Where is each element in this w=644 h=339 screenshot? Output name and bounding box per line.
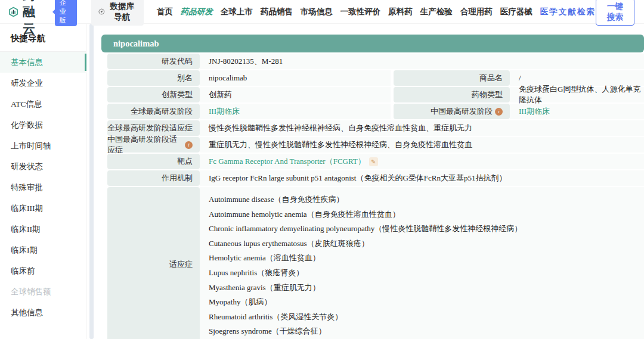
- sidebar-item-launch-timeline[interactable]: 上市时间轴: [0, 135, 86, 156]
- info-icon[interactable]: i: [495, 108, 503, 116]
- field-value-alias: nipocalimab: [200, 70, 391, 86]
- info-icon[interactable]: i: [185, 141, 193, 149]
- field-label-drug-type: 药物类型: [394, 87, 510, 102]
- sidebar-item-preclinical[interactable]: 临床前: [0, 260, 86, 281]
- field-label-alias: 别名: [107, 70, 200, 86]
- field-value-global-stage: III期临床: [200, 104, 391, 119]
- field-row-highest-stage: 全球最高研发阶段 III期临床 中国最高研发阶段 i III期临床: [101, 104, 644, 119]
- field-row-global-stage-indications: 全球最高研发阶段适应症 慢性炎性脱髓鞘性多发性神经根神经病、自身免疫性溶血性贫血…: [101, 120, 644, 136]
- enterprise-badge: 企业版: [55, 0, 77, 26]
- field-label-indications: 适应症: [107, 187, 200, 339]
- indication-item: Chronic inflammatory demyelinating polyn…: [209, 222, 644, 237]
- indication-item: Rheumatoid arthritis（类风湿性关节炎）: [209, 310, 644, 325]
- nav-item-global-launch[interactable]: 全球上市: [221, 7, 253, 17]
- sidebar-item-rd-status[interactable]: 研发状态: [0, 156, 86, 177]
- field-label-china-stage: 中国最高研发阶段 i: [394, 104, 510, 119]
- one-click-search-button[interactable]: 一键搜索: [596, 0, 634, 26]
- nav-item-consistency-eval[interactable]: 一致性评价: [340, 7, 381, 17]
- sidebar-item-rd-company[interactable]: 研发企业: [0, 73, 86, 94]
- indication-item: Myopathy（肌病）: [209, 295, 644, 310]
- field-value-dev-code: JNJ-80202135、M-281: [200, 54, 644, 69]
- field-value-moa: IgG receptor FcRn large subunit p51 anta…: [200, 170, 644, 186]
- drug-name-title: nipocalimab: [113, 39, 159, 48]
- field-row-china-stage-indications: 中国最高研发阶段适应症 i 重症肌无力、慢性炎性脱髓鞘性多发性神经根神经病、自身…: [101, 137, 644, 153]
- nav-item-production-inspection[interactable]: 生产检验: [420, 7, 453, 17]
- compass-send-icon: [98, 7, 105, 16]
- field-row-innovation-drugtype: 创新类型 创新药 药物类型 免疫球蛋白G同型抗体、人源化单克隆抗体: [101, 87, 644, 102]
- indication-item: Cutaneous lupus erythematosus（皮肤红斑狼疮）: [209, 237, 644, 251]
- field-label-target: 靶点: [107, 154, 200, 169]
- sidebar-item-special-approval[interactable]: 特殊审批: [0, 177, 86, 198]
- sidebar-item-clinical-phase1[interactable]: 临床I期: [0, 240, 86, 260]
- indication-item: Autoimmune hemolytic anemia（自身免疫性溶血性贫血）: [209, 207, 644, 222]
- sidebar-item-basic-info[interactable]: 基本信息: [0, 52, 86, 73]
- target-link[interactable]: Fc Gamma Receptor And Transporter（FCGRT）: [209, 156, 366, 167]
- field-value-global-stage-indications: 慢性炎性脱髓鞘性多发性神经根神经病、自身免疫性溶血性贫血、重症肌无力: [200, 120, 644, 136]
- indication-item: Hemolytic anemia（溶血性贫血）: [209, 251, 644, 266]
- nav-item-drug-sales[interactable]: 药品销售: [261, 7, 293, 17]
- nav-item-api[interactable]: 原料药: [388, 7, 413, 17]
- main-nav: 首页 药品研发 全球上市 药品销售 市场信息 一致性评价 原料药 生产检验 合理…: [157, 7, 596, 17]
- indication-item: Sjoegrens syndrome（干燥综合征）: [209, 324, 644, 339]
- field-value-china-stage-indications: 重症肌无力、慢性炎性脱髓鞘性多发性神经根神经病、自身免疫性溶血性贫血: [200, 137, 644, 153]
- sidebar-item-clinical-phase2[interactable]: 临床II期: [0, 219, 86, 240]
- indications-list: Autoimmune disease（自身免疫性疾病） Autoimmune h…: [200, 187, 644, 339]
- database-nav-button[interactable]: 数据库导航: [91, 0, 144, 26]
- field-label-china-stage-indications: 中国最高研发阶段适应症 i: [107, 137, 200, 153]
- section-header: nipocalimab: [101, 35, 644, 52]
- sidebar-scrollbar[interactable]: [89, 24, 94, 339]
- sidebar: 快捷导航 基本信息 研发企业 ATC信息 化学数据 上市时间轴 研发状态 特殊审…: [0, 24, 86, 339]
- nav-item-drug-rd[interactable]: 药品研发: [181, 7, 213, 17]
- logo-text: 药融云: [23, 0, 48, 37]
- indication-item: Autoimmune disease（自身免疫性疾病）: [209, 192, 644, 207]
- nav-item-medical-devices[interactable]: 医疗器械: [500, 7, 532, 17]
- drug-detail-panel: nipocalimab 研发代码 JNJ-80202135、M-281 别名 n…: [101, 24, 644, 339]
- sidebar-item-global-sales: 全球销售额: [0, 281, 86, 302]
- logo[interactable]: 药融云 企业版: [8, 0, 77, 37]
- field-value-target: Fc Gamma Receptor And Transporter（FCGRT）…: [200, 154, 644, 169]
- target-detail-icon[interactable]: ✎: [369, 157, 378, 166]
- sidebar-item-clinical-phase3[interactable]: 临床III期: [0, 198, 86, 219]
- field-label-trade-name: 商品名: [394, 70, 510, 86]
- indication-item: Lupus nephritis（狼疮肾炎）: [209, 266, 644, 281]
- field-label-moa: 作用机制: [107, 170, 200, 186]
- indication-item: Myasthenia gravis（重症肌无力）: [209, 281, 644, 296]
- field-label-dev-code: 研发代码: [107, 54, 200, 69]
- nav-item-home[interactable]: 首页: [157, 7, 173, 17]
- field-row-dev-code: 研发代码 JNJ-80202135、M-281: [101, 54, 644, 69]
- sidebar-item-other-info[interactable]: 其他信息: [0, 302, 86, 323]
- field-value-china-stage: III期临床: [510, 104, 644, 119]
- nav-item-market-info[interactable]: 市场信息: [301, 7, 333, 17]
- field-value-innovation-type: 创新药: [200, 87, 391, 102]
- nav-item-medical-literature-search[interactable]: 医学文献检索: [540, 7, 596, 17]
- field-row-indications: 适应症 Autoimmune disease（自身免疫性疾病） Autoimmu…: [101, 187, 644, 339]
- field-label-innovation-type: 创新类型: [107, 87, 200, 102]
- sidebar-item-chemical-data[interactable]: 化学数据: [0, 114, 86, 135]
- logo-hexagon-chart-icon: [8, 4, 18, 20]
- database-nav-label: 数据库导航: [108, 1, 137, 23]
- field-row-target: 靶点 Fc Gamma Receptor And Transporter（FCG…: [101, 154, 644, 169]
- field-label-global-stage: 全球最高研发阶段: [107, 104, 200, 119]
- topbar: 药融云 企业版 数据库导航 首页 药品研发 全球上市 药品销售 市场信息 一致性…: [0, 0, 644, 24]
- field-value-drug-type: 免疫球蛋白G同型抗体、人源化单克隆抗体: [510, 87, 644, 102]
- sidebar-item-atc-info[interactable]: ATC信息: [0, 94, 86, 114]
- nav-item-rational-drug-use[interactable]: 合理用药: [460, 7, 493, 17]
- field-row-moa: 作用机制 IgG receptor FcRn large subunit p51…: [101, 170, 644, 186]
